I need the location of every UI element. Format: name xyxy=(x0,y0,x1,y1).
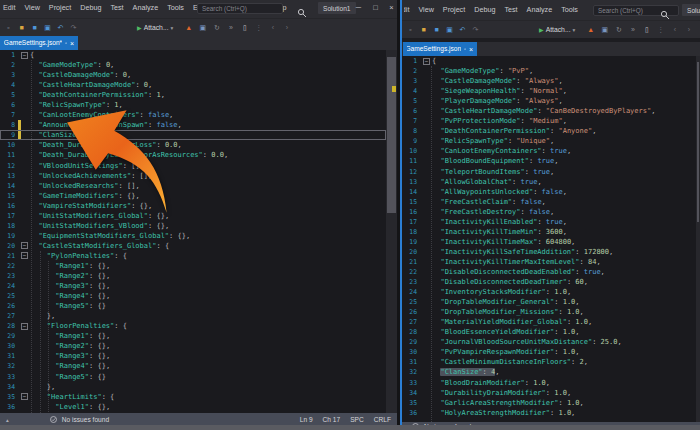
minimize-button[interactable]: ─ xyxy=(351,0,366,14)
code-line[interactable]: 26 "Range5": {} xyxy=(0,301,386,311)
code-line[interactable]: 29 "JournalVBloodSourceUnitMaxDistance":… xyxy=(402,337,696,347)
pin-icon[interactable]: ▫ xyxy=(65,40,67,46)
code-line[interactable]: 15 "GameTimeModifiers": {}, xyxy=(0,191,386,201)
fold-collapse-icon[interactable]: − xyxy=(21,252,28,259)
code-line[interactable]: 20− "CastleStatModifiers_Global": { xyxy=(0,241,386,251)
code-line[interactable]: 18 "UnitStatModifiers_VBlood": {}, xyxy=(0,221,386,231)
code-line[interactable]: 2 "GameModeType": "PvP", xyxy=(402,66,696,76)
solution-label[interactable]: Solution1 xyxy=(318,2,356,14)
scrollbar-right[interactable] xyxy=(696,56,700,422)
code-line[interactable]: 11 "Death_DurabilityLossFactorAsResource… xyxy=(0,150,386,160)
tab-servergamesettings-right[interactable]: ServerGameSettings.json ▫ × xyxy=(403,42,477,56)
open-folder-icon[interactable]: ■ xyxy=(16,24,27,32)
hot-reload-icon[interactable]: ▲ xyxy=(585,26,596,34)
menu-item-test[interactable]: Test xyxy=(110,3,123,12)
code-line[interactable]: 32 "ClanSize": 4, xyxy=(402,367,696,377)
fold-collapse-icon[interactable]: − xyxy=(21,393,28,400)
undo-icon[interactable]: ↶ xyxy=(55,24,66,32)
code-line[interactable]: 17 "InactivityKillEnabled": true, xyxy=(402,217,696,227)
menu-item-view[interactable]: View xyxy=(418,5,433,14)
code-line[interactable]: 9 "ClanSize": 4, xyxy=(0,130,386,140)
fold-collapse-icon[interactable]: − xyxy=(21,242,28,249)
code-line[interactable]: 16 "VampireStatModifiers": {}, xyxy=(0,201,386,211)
menu-item-tools[interactable]: Tools xyxy=(561,5,578,14)
code-line[interactable]: 9 "RelicSpawnType": "Unique", xyxy=(402,136,696,146)
menu-item-edit[interactable]: Edit xyxy=(3,3,15,12)
save-icon[interactable]: ■ xyxy=(431,26,442,34)
code-line[interactable]: 10 "Death_DurabilityFactorLoss": 0.0, xyxy=(0,140,386,150)
code-line[interactable]: 13 "UnlockedAchievements": [], xyxy=(0,171,386,181)
code-line[interactable]: 31 "Range3": {}, xyxy=(0,351,386,361)
bookmark-icon[interactable]: ▯ xyxy=(239,24,250,32)
editor-left[interactable]: 1−{2 "GameModeType": 0,3 "CastleDamageMo… xyxy=(0,50,397,413)
misc-icon-1[interactable]: ⋮ xyxy=(253,24,264,32)
fold-collapse-icon[interactable]: − xyxy=(21,323,28,330)
code-line[interactable]: 5 "PlayerDamageMode": "Always", xyxy=(402,96,696,106)
statusbar-expander-icon[interactable]: ▴ xyxy=(6,417,9,423)
scrollbar-left[interactable] xyxy=(386,50,397,413)
code-line[interactable]: 16 "FreeCastleDestroy": false, xyxy=(402,207,696,217)
code-line[interactable]: 11 "BloodBoundEquipment": true, xyxy=(402,156,696,166)
misc-icon-3[interactable]: › xyxy=(683,26,694,34)
bookmark-icon[interactable]: ▯ xyxy=(641,26,652,34)
code-line[interactable]: 14 "AllWaypointsUnlocked": false, xyxy=(402,187,696,197)
code-line[interactable]: 7 "CanLootEnemyContainers": false, xyxy=(0,110,386,120)
code-line[interactable]: 4 "SiegeWeaponHealth": "Normal", xyxy=(402,86,696,96)
fold-collapse-icon[interactable]: − xyxy=(423,58,430,65)
code-line[interactable]: 23 "DisableDisconnectedDeadTimer": 60, xyxy=(402,277,696,287)
menu-item-edit[interactable]: Edit xyxy=(404,5,409,14)
menu-item-analyze[interactable]: Analyze xyxy=(527,5,553,14)
code-line[interactable]: 24 "Range3": {}, xyxy=(0,281,386,291)
step-over-icon[interactable]: » xyxy=(225,24,236,32)
code-line[interactable]: 2 "GameModeType": 0, xyxy=(0,60,386,70)
menu-item-project[interactable]: Project xyxy=(49,3,71,12)
save-icon[interactable]: ■ xyxy=(29,24,40,32)
code-line[interactable]: 6 "CastleHeartDamageMode": "CanBeDestroy… xyxy=(402,106,696,116)
hot-reload-icon[interactable]: ▲ xyxy=(183,24,194,32)
attach-button[interactable]: ▶ Attach... ▾ xyxy=(539,26,575,33)
code-line[interactable]: 36 "HolyAreaStrengthModifier": 1.0, xyxy=(402,408,696,418)
new-item-icon[interactable]: ▫ xyxy=(3,24,14,32)
code-line[interactable]: 33 "BloodDrainModifier": 1.0, xyxy=(402,378,696,388)
sync-icon[interactable]: ↻ xyxy=(211,24,222,32)
code-line[interactable]: 18 "InactivityKillTimeMin": 3600, xyxy=(402,227,696,237)
code-line[interactable]: 19 "InactivityKillTimeMax": 604800, xyxy=(402,237,696,247)
code-line[interactable]: 26 "DropTableModifier_Missions": 1.0, xyxy=(402,307,696,317)
code-line[interactable]: 22 "Range1": {}, xyxy=(0,261,386,271)
code-line[interactable]: 15 "FreeCastleClaim": false, xyxy=(402,197,696,207)
tab-servergamesettings-left[interactable]: ServerGameSettings.json* ▫ × xyxy=(0,36,78,50)
open-folder-icon[interactable]: ■ xyxy=(418,26,429,34)
sync-icon[interactable]: ↻ xyxy=(613,26,624,34)
code-line[interactable]: 13 "AllowGlobalChat": true, xyxy=(402,177,696,187)
code-line[interactable]: 28 "BloodEssenceYieldModifier": 1.0, xyxy=(402,327,696,337)
code-line[interactable]: 27 }, xyxy=(0,311,386,321)
search-icon[interactable] xyxy=(660,6,670,16)
code-line[interactable]: 21 "InactivityKillTimerMaxItemLevel": 84… xyxy=(402,257,696,267)
no-issues-label[interactable]: No issues found xyxy=(62,416,109,423)
menu-item-project[interactable]: Project xyxy=(443,5,465,14)
redo-icon[interactable]: ↷ xyxy=(68,24,79,32)
misc-icon-2[interactable]: ‹ xyxy=(669,26,680,34)
menu-item-tools[interactable]: Tools xyxy=(167,3,184,12)
code-line[interactable]: 8 "DeathContainerPermission": "Anyone", xyxy=(402,126,696,136)
window-layout-icon[interactable]: ▣ xyxy=(197,24,208,32)
code-line[interactable]: 33 "Range5": {} xyxy=(0,372,386,382)
code-line[interactable]: 31 "CastleMinimumDistanceInFloors": 2, xyxy=(402,357,696,367)
scrollbar-thumb[interactable] xyxy=(387,57,396,213)
misc-icon-1[interactable]: ⋮ xyxy=(655,26,666,34)
save-all-icon[interactable]: ▣ xyxy=(444,26,455,34)
code-line[interactable]: 20 "InactivityKillSafeTimeAddition": 172… xyxy=(402,247,696,257)
solution-label[interactable]: Solution1 xyxy=(682,4,700,16)
code-line[interactable]: 27 "MaterialYieldModifier_Global": 1.0, xyxy=(402,317,696,327)
step-over-icon[interactable]: » xyxy=(627,26,638,34)
code-line[interactable]: 23 "Range2": {}, xyxy=(0,271,386,281)
misc-icon-3[interactable]: › xyxy=(281,24,292,32)
code-line[interactable]: 21− "PylonPenalties": { xyxy=(0,251,386,261)
menu-item-debug[interactable]: Debug xyxy=(80,3,101,12)
code-line[interactable]: 6 "RelicSpawnType": 1, xyxy=(0,100,386,110)
menu-item-analyze[interactable]: Analyze xyxy=(133,3,159,12)
menu-item-view[interactable]: View xyxy=(24,3,39,12)
code-line[interactable]: 3 "CastleDamageMode": "Always", xyxy=(402,76,696,86)
menu-item-test[interactable]: Test xyxy=(504,5,517,14)
attach-button[interactable]: ▶ Attach... ▾ xyxy=(137,24,173,31)
